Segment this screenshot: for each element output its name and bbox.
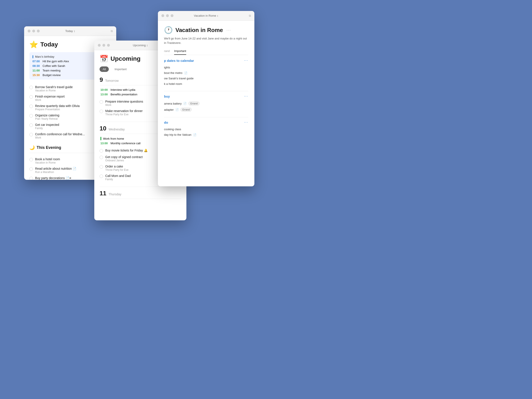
vacation-tabs: rand Important: [164, 49, 248, 55]
task-content: Read article about nutrition 📄 Run a Mar…: [35, 167, 76, 174]
event-label: Work from home: [103, 137, 124, 140]
task-name: Review quarterly data with Olivia: [35, 104, 80, 108]
task-name: Prepare interview questions: [105, 100, 143, 103]
task-label: ights: [164, 66, 170, 69]
copy-icon[interactable]: ⧉: [111, 29, 113, 33]
task-checkbox[interactable]: [29, 158, 33, 161]
section-title-dates: p dates to calendar: [164, 59, 194, 63]
list-section-buy: buy ··· amera battery 📄 Errand adapter 📄…: [164, 94, 248, 113]
doc-icon: 📄: [193, 133, 196, 136]
minimize-button[interactable]: [32, 30, 35, 32]
task-project: Plan Yearly Retreat: [35, 117, 59, 120]
more-dots[interactable]: ···: [227, 28, 231, 32]
task-checkbox[interactable]: [29, 86, 33, 89]
task-checkbox[interactable]: [100, 149, 103, 152]
green-bar-icon: [101, 137, 101, 140]
task-checkbox[interactable]: [29, 167, 33, 171]
day-number-11: 11: [100, 190, 106, 197]
task-label: bout the metro: [164, 71, 183, 75]
section-more-dots[interactable]: ···: [244, 120, 248, 124]
section-title-buy: buy: [164, 95, 170, 98]
event-time: 13:00: [101, 93, 109, 96]
tab-rand[interactable]: rand: [164, 49, 170, 55]
task-name: Finish expense report: [35, 95, 65, 98]
close-button[interactable]: [28, 30, 31, 32]
task-checkbox[interactable]: [29, 177, 33, 180]
today-title: Today: [40, 41, 58, 48]
task-content: Get car inspected Family: [35, 123, 59, 130]
event-dot-icon: [32, 55, 33, 58]
task-project: Work: [105, 103, 143, 107]
tab-important[interactable]: Important: [174, 49, 186, 55]
event-name-gym: Hit the gym with Alex: [43, 60, 69, 63]
fullscreen-button[interactable]: [37, 30, 40, 32]
task-project: Throw Party for Eve: [105, 113, 143, 116]
traffic-lights: [161, 14, 173, 17]
day-name-11: Thursday: [108, 192, 121, 196]
task-name: Organize catering: [35, 114, 59, 117]
list-task-item: amera battery 📄 Errand: [164, 100, 248, 107]
event-label: Monthly conference call: [111, 142, 140, 145]
task-name: Make reservation for dinner: [105, 109, 143, 113]
task-content: Buy party decorations 📄≡ Throw Party for…: [35, 176, 71, 180]
minimize-button[interactable]: [102, 44, 105, 47]
task-label: adapter: [164, 108, 174, 111]
task-content: Organize catering Plan Yearly Retreat: [35, 114, 59, 120]
task-checkbox[interactable]: [100, 100, 103, 104]
vacation-title: Vacation in Rome: [175, 27, 223, 33]
copy-icon[interactable]: ⧉: [249, 14, 251, 18]
task-checkbox[interactable]: [29, 114, 33, 118]
event-time-team: 11:00: [32, 69, 41, 72]
section-divider: [164, 117, 248, 117]
event-name-team: Team meeting: [43, 69, 61, 72]
task-checkbox[interactable]: [29, 123, 33, 127]
task-checkbox[interactable]: [29, 105, 33, 108]
task-project: Family: [35, 127, 59, 130]
vacation-header: 🕐 Vacation in Rome ···: [164, 26, 248, 34]
doc-icon: 📄: [175, 108, 179, 111]
event-time: 13:00: [101, 142, 109, 145]
close-button[interactable]: [161, 14, 164, 17]
task-content: Call Mom and Dad Family: [105, 174, 131, 181]
list-section-do: do ··· cooking class day trip to the Vat…: [164, 120, 248, 138]
minimize-button[interactable]: [166, 14, 169, 17]
section-more-dots[interactable]: ···: [244, 58, 248, 63]
filter-important-button[interactable]: Important: [111, 66, 130, 72]
day-section-11: 11 Thursday: [100, 190, 181, 199]
task-name: Buy movie tickets for Friday 🔔: [105, 149, 148, 152]
day-name-10: Wednesday: [108, 128, 125, 131]
fullscreen-button[interactable]: [171, 14, 173, 17]
upcoming-title: Upcoming: [111, 55, 140, 62]
task-project: Family: [105, 178, 131, 181]
task-checkbox[interactable]: [100, 175, 103, 178]
task-content: Get copy of signed contract Onboard Jame…: [105, 155, 143, 162]
list-task-item: adapter 📄 Errand: [164, 107, 248, 113]
event-label: Benefits presentation: [111, 93, 137, 96]
task-checkbox[interactable]: [100, 165, 103, 169]
list-task-item: cooking class: [164, 127, 248, 132]
task-checkbox[interactable]: [100, 110, 103, 113]
list-task-item: ights: [164, 65, 248, 70]
section-title-do: do: [164, 120, 168, 124]
task-project: Throw Party for Eve: [105, 168, 128, 171]
vacation-window: Vacation in Rome ↕ ⧉ 🕐 Vacation in Rome …: [158, 11, 254, 186]
list-section-dates: p dates to calendar ··· ights bout the m…: [164, 58, 248, 87]
fullscreen-button[interactable]: [107, 44, 110, 47]
task-content: Buy movie tickets for Friday 🔔: [105, 149, 148, 152]
task-project: Vacation in Rome: [35, 89, 73, 92]
task-checkbox[interactable]: [100, 156, 103, 159]
task-content: Confirm conference call for Wedne... Wor…: [35, 133, 85, 139]
task-name: Confirm conference call for Wedne...: [35, 133, 85, 136]
task-name: Get copy of signed contract: [105, 155, 143, 159]
list-section-header: do ···: [164, 120, 248, 124]
event-time-gym: 07:00: [32, 60, 41, 63]
day-number-9: 9: [100, 76, 103, 83]
filter-all-button[interactable]: All: [100, 66, 109, 72]
task-checkbox[interactable]: [29, 95, 33, 99]
task-content: Prepare interview questions Work: [105, 100, 143, 107]
vacation-window-title: Vacation in Rome ↕: [194, 14, 218, 17]
close-button[interactable]: [98, 44, 101, 47]
section-more-dots[interactable]: ···: [244, 94, 248, 98]
task-checkbox[interactable]: [29, 133, 33, 136]
task-name: Read article about nutrition 📄: [35, 167, 76, 170]
